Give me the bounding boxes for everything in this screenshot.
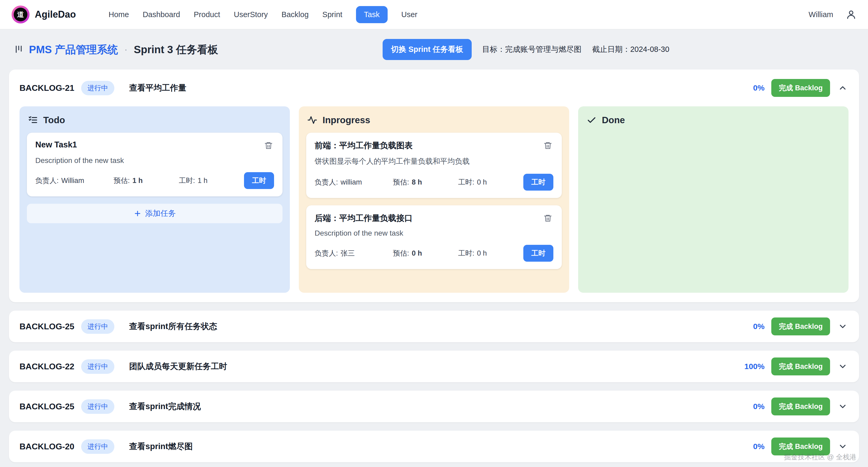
- progress-percent: 0%: [753, 84, 765, 92]
- nav-item-backlog[interactable]: Backlog: [281, 6, 309, 23]
- task-meta: 负责人: William 预估: 1 h 工时: 1 h 工时: [35, 172, 274, 189]
- estimate-label: 预估:: [393, 177, 409, 187]
- column-todo-title: Todo: [43, 115, 65, 125]
- complete-backlog-button[interactable]: 完成 Backlog: [771, 398, 830, 415]
- task-title: 后端：平均工作量负载接口: [315, 213, 413, 224]
- column-inprogress-title: Inprogress: [322, 115, 370, 125]
- backlog-id: BACKLOG-20: [20, 442, 74, 452]
- progress-percent: 0%: [753, 322, 765, 331]
- nav-item-product[interactable]: Product: [194, 6, 220, 23]
- user-profile-icon[interactable]: [846, 9, 857, 20]
- backlog-id: BACKLOG-25: [20, 402, 74, 411]
- owner-label: 负责人:: [35, 176, 59, 185]
- top-navbar: 道 AgileDao Home Dashboard Product UserSt…: [0, 0, 868, 30]
- page-header: PMS 产品管理系统 · Sprint 3 任务看板 切换 Sprint 任务看…: [0, 30, 868, 69]
- backlog-title: 团队成员每天更新任务工时: [129, 361, 227, 372]
- estimate-label: 预估:: [114, 176, 130, 185]
- backlog-id: BACKLOG-22: [20, 362, 74, 371]
- kanban-columns: Todo New Task1 Description of the new ta…: [20, 106, 848, 293]
- task-title: New Task1: [35, 140, 77, 149]
- switch-sprint-board-button[interactable]: 切换 Sprint 任务看板: [383, 39, 472, 60]
- complete-backlog-button[interactable]: 完成 Backlog: [771, 79, 830, 97]
- delete-task-button[interactable]: [263, 140, 274, 151]
- column-todo-header: Todo: [28, 115, 282, 125]
- backlog-title: 查看sprint燃尽图: [129, 441, 193, 452]
- column-done-header: Done: [587, 115, 841, 125]
- backlog-card-collapsed: BACKLOG-20 进行中 查看sprint燃尽图 0% 完成 Backlog: [9, 431, 859, 462]
- nav-item-sprint[interactable]: Sprint: [322, 6, 342, 23]
- column-todo: Todo New Task1 Description of the new ta…: [20, 106, 290, 293]
- chevron-down-icon[interactable]: [837, 401, 848, 412]
- brand-logo-icon: 道: [11, 5, 30, 24]
- chevron-down-icon[interactable]: [837, 361, 848, 372]
- estimate-value: 1 h: [132, 177, 143, 185]
- backlog-title: 查看sprint所有任务状态: [129, 321, 217, 332]
- brand-logo-glyph: 道: [14, 8, 27, 21]
- column-inprogress-header: Inprogress: [307, 115, 562, 125]
- status-badge: 进行中: [81, 439, 114, 454]
- plus-icon: [133, 209, 142, 218]
- backlog-header-actions: 0% 完成 Backlog: [753, 79, 848, 97]
- status-badge: 进行中: [81, 81, 114, 95]
- complete-backlog-button[interactable]: 完成 Backlog: [771, 358, 830, 375]
- nav-item-user[interactable]: User: [401, 6, 417, 23]
- nav-item-userstory[interactable]: UserStory: [234, 6, 268, 23]
- backlog-card-collapsed: BACKLOG-25 进行中 查看sprint所有任务状态 0% 完成 Back…: [9, 311, 859, 342]
- sprint-deadline-text: 截止日期：2024-08-30: [592, 44, 669, 55]
- log-hours-button[interactable]: 工时: [523, 245, 553, 262]
- list-checks-icon: [28, 115, 38, 125]
- column-inprogress: Inprogress 前端：平均工作量负载图表 饼状图显示每个人的平均工作量负载…: [299, 106, 569, 293]
- progress-percent: 0%: [753, 442, 765, 451]
- owner-value: 张三: [341, 248, 355, 258]
- project-title-link[interactable]: PMS 产品管理系统: [29, 42, 118, 57]
- delete-task-button[interactable]: [542, 213, 553, 224]
- page-title: Sprint 3 任务看板: [134, 42, 218, 57]
- task-card[interactable]: 前端：平均工作量负载图表 饼状图显示每个人的平均工作量负载和平均负载 负责人: …: [306, 133, 562, 198]
- hours-value: 0 h: [477, 249, 487, 258]
- log-hours-button[interactable]: 工时: [244, 172, 274, 189]
- delete-task-button[interactable]: [542, 140, 553, 151]
- backlog-card-collapsed: BACKLOG-22 进行中 团队成员每天更新任务工时 100% 完成 Back…: [9, 351, 859, 382]
- column-done-title: Done: [602, 115, 625, 125]
- owner-value: William: [61, 177, 84, 185]
- hours-value: 1 h: [198, 177, 208, 185]
- progress-percent: 0%: [753, 402, 765, 411]
- status-badge: 进行中: [81, 359, 114, 374]
- task-meta: 负责人: william 预估: 8 h 工时: 0 h 工时: [315, 174, 553, 191]
- chevron-down-icon[interactable]: [837, 441, 848, 452]
- nav-item-dashboard[interactable]: Dashboard: [143, 6, 180, 23]
- task-title: 前端：平均工作量负载图表: [315, 140, 413, 151]
- nav-item-task[interactable]: Task: [356, 6, 388, 23]
- hours-label: 工时:: [458, 248, 474, 258]
- status-badge: 进行中: [81, 319, 114, 334]
- task-meta: 负责人: 张三 预估: 0 h 工时: 0 h 工时: [315, 245, 553, 262]
- nav-item-home[interactable]: Home: [108, 6, 129, 23]
- backlog-title: 查看sprint完成情况: [129, 401, 201, 412]
- complete-backlog-button[interactable]: 完成 Backlog: [771, 437, 830, 456]
- hours-value: 0 h: [477, 178, 487, 187]
- brand-name: AgileDao: [35, 9, 76, 20]
- log-hours-button[interactable]: 工时: [523, 174, 553, 191]
- complete-backlog-button[interactable]: 完成 Backlog: [771, 318, 830, 335]
- chevron-up-icon[interactable]: [837, 82, 848, 94]
- estimate-label: 预估:: [393, 248, 409, 258]
- owner-value: william: [341, 178, 362, 187]
- brand[interactable]: 道 AgileDao: [11, 5, 76, 24]
- sprint-goal-text: 目标：完成账号管理与燃尽图: [482, 44, 582, 55]
- estimate-value: 0 h: [412, 249, 422, 258]
- estimate-value: 8 h: [412, 178, 422, 187]
- add-task-button[interactable]: 添加任务: [27, 204, 282, 223]
- breadcrumb-separator: ·: [123, 44, 129, 55]
- task-description: Description of the new task: [35, 156, 274, 165]
- hours-label: 工时:: [458, 177, 474, 187]
- task-card[interactable]: 后端：平均工作量负载接口 Description of the new task…: [306, 205, 562, 269]
- owner-label: 负责人:: [315, 177, 338, 187]
- column-done: Done: [578, 106, 848, 293]
- task-card[interactable]: New Task1 Description of the new task 负责…: [27, 133, 282, 196]
- current-user-name: William: [809, 10, 833, 19]
- chevron-down-icon[interactable]: [837, 321, 848, 332]
- backlog-title: 查看平均工作量: [129, 82, 186, 94]
- backlog-id: BACKLOG-25: [20, 322, 74, 331]
- backlog-list: BACKLOG-21 进行中 查看平均工作量 0% 完成 Backlog: [0, 69, 868, 462]
- header-actions: 切换 Sprint 任务看板 目标：完成账号管理与燃尽图 截止日期：2024-0…: [383, 39, 669, 60]
